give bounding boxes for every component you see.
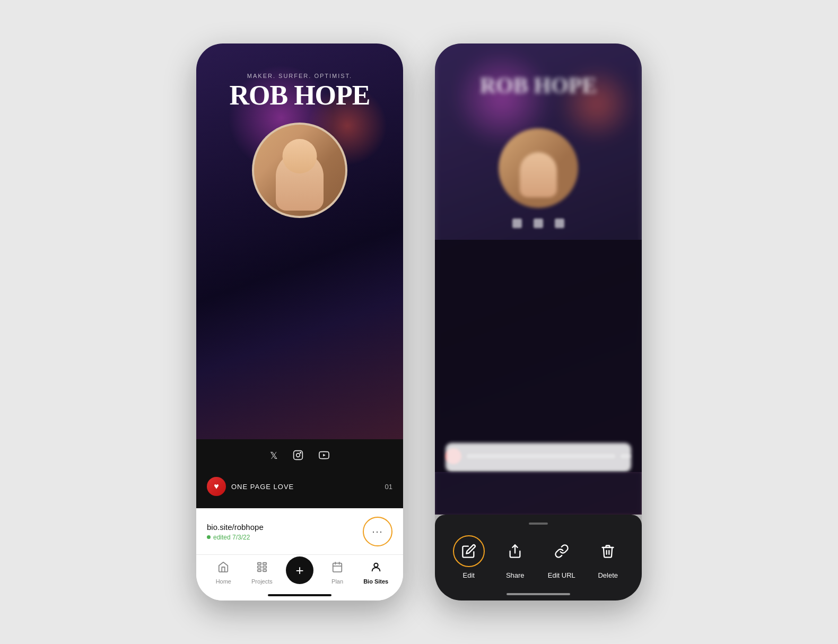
svg-rect-5	[258, 566, 261, 568]
delete-icon-container	[592, 535, 624, 567]
home-indicator-right	[507, 593, 570, 595]
bio-dark-section: 𝕏	[196, 439, 403, 508]
svg-point-2	[300, 452, 301, 454]
svg-marker-3	[323, 454, 326, 456]
delete-action-button[interactable]: Delete	[589, 535, 627, 579]
plan-icon	[331, 561, 343, 576]
projects-icon	[256, 561, 268, 576]
svg-rect-0	[293, 451, 302, 460]
edit-icon	[461, 544, 476, 559]
blurred-social	[435, 219, 642, 228]
bio-avatar	[252, 123, 347, 218]
svg-rect-6	[258, 570, 261, 572]
edit-label: Edit	[463, 571, 475, 579]
url-text: bio.site/robhope	[207, 523, 264, 532]
blurred-name: ROB HOPE	[435, 73, 642, 98]
link-icon	[554, 544, 569, 559]
brand-name: ONE PAGE LOVE	[231, 483, 294, 491]
bio-name: ROB HOPE	[229, 82, 370, 109]
blurred-name-area: ROB HOPE	[435, 73, 642, 98]
blurred-social-dot-3	[555, 219, 564, 228]
bio-card: MAKER. SURFER. OPTIMIST. ROB HOPE 𝕏	[196, 43, 403, 554]
nav-label-biosites: Bio Sites	[363, 578, 388, 585]
add-icon: +	[295, 562, 303, 579]
right-phone: ROB HOPE	[435, 43, 642, 601]
action-sheet: Edit Share	[435, 515, 642, 601]
nav-item-projects[interactable]: Projects	[247, 561, 276, 585]
bio-subtitle: MAKER. SURFER. OPTIMIST.	[247, 73, 352, 79]
trash-icon	[600, 544, 615, 559]
nav-label-home: Home	[216, 578, 231, 585]
home-icon	[217, 561, 229, 576]
more-button[interactable]: ···	[363, 517, 392, 546]
blurred-avatar	[499, 128, 578, 208]
bio-brand-row: ♥ ONE PAGE LOVE 01	[207, 473, 392, 500]
svg-rect-4	[258, 563, 261, 565]
bio-avatar-image	[254, 125, 345, 216]
edit-url-icon-container	[546, 535, 578, 567]
share-icon	[508, 544, 522, 559]
blurred-social-dot-1	[512, 219, 522, 228]
url-edited: edited 7/3/22	[207, 534, 264, 541]
url-bar: bio.site/robhope edited 7/3/22 ···	[196, 508, 403, 554]
svg-rect-10	[333, 563, 342, 572]
url-info: bio.site/robhope edited 7/3/22	[207, 523, 264, 541]
svg-point-14	[374, 563, 378, 567]
blurred-bottom-bar	[435, 472, 642, 515]
brand-number: 01	[385, 483, 392, 491]
bottom-nav: Home Projects +	[196, 554, 403, 601]
share-action-button[interactable]: Share	[496, 535, 534, 579]
svg-rect-8	[263, 566, 266, 568]
svg-point-1	[296, 454, 300, 457]
bio-preview: MAKER. SURFER. OPTIMIST. ROB HOPE	[196, 43, 403, 439]
edit-url-label: Edit URL	[548, 571, 575, 579]
blurred-social-dot-2	[534, 219, 543, 228]
nav-label-plan: Plan	[331, 578, 343, 585]
svg-rect-9	[263, 570, 266, 572]
nav-label-projects: Projects	[251, 578, 273, 585]
phone-left-inner: MAKER. SURFER. OPTIMIST. ROB HOPE 𝕏	[196, 43, 403, 601]
delete-label: Delete	[598, 571, 618, 579]
blurred-url-bar	[446, 443, 631, 472]
blurred-content: ROB HOPE	[435, 43, 642, 515]
twitter-icon[interactable]: 𝕏	[270, 450, 278, 463]
blurred-dark-area	[435, 240, 642, 472]
edit-url-action-button[interactable]: Edit URL	[543, 535, 581, 579]
bio-brand-left: ♥ ONE PAGE LOVE	[207, 477, 294, 496]
edit-action-button[interactable]: Edit	[450, 535, 488, 579]
biosites-icon	[370, 561, 382, 576]
nav-item-biosites[interactable]: Bio Sites	[361, 561, 390, 585]
more-dots: ···	[372, 526, 383, 537]
bio-social-icons: 𝕏	[207, 450, 392, 463]
youtube-icon[interactable]	[318, 450, 330, 463]
home-indicator-left	[268, 594, 331, 596]
action-sheet-handle	[529, 523, 548, 525]
nav-add-button[interactable]: +	[286, 556, 313, 584]
svg-rect-7	[263, 563, 266, 565]
nav-item-home[interactable]: Home	[209, 561, 238, 585]
share-icon-container	[499, 535, 531, 567]
heart-icon: ♥	[207, 477, 226, 496]
action-sheet-buttons: Edit Share	[435, 535, 642, 579]
nav-item-plan[interactable]: Plan	[323, 561, 352, 585]
left-phone: MAKER. SURFER. OPTIMIST. ROB HOPE 𝕏	[196, 43, 403, 601]
instagram-icon[interactable]	[293, 450, 303, 463]
share-label: Share	[506, 571, 525, 579]
edit-icon-container	[453, 535, 485, 567]
